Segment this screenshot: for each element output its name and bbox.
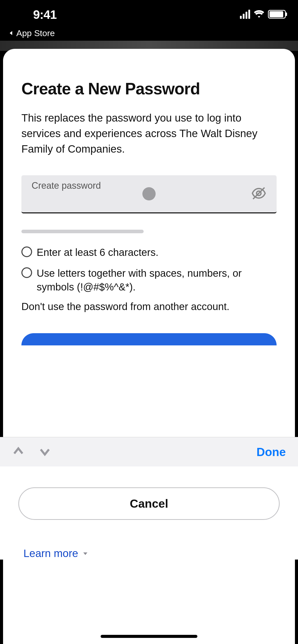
requirement-item: Use letters together with spaces, number… [21,266,277,294]
password-requirements: Enter at least 6 characters. Use letters… [21,245,277,312]
requirement-note: Don't use the password from another acco… [21,301,277,312]
back-triangle-icon [8,30,14,36]
wifi-icon [254,10,264,19]
back-to-app-label: App Store [16,28,55,38]
password-strength-meter [21,230,144,233]
learn-more-link[interactable]: Learn more [18,547,88,560]
keyboard-accessory-bar: Done [0,437,298,466]
chevron-up-icon [12,445,24,458]
battery-icon [268,10,286,19]
back-to-app-link[interactable]: App Store [0,25,298,41]
input-cursor-handle-icon [142,187,156,200]
form-prev-button[interactable] [12,445,24,459]
status-time: 9:41 [33,8,57,22]
page-title: Create a New Password [21,79,277,98]
keyboard-done-button[interactable]: Done [256,445,286,459]
status-icons [240,10,286,19]
cancel-button-label: Cancel [130,497,168,510]
requirement-text: Enter at least 6 characters. [37,245,158,259]
cellular-signal-icon [240,10,250,19]
requirement-status-icon [21,246,32,257]
eye-off-icon [251,186,266,201]
home-indicator[interactable] [101,635,197,638]
password-input-label: Create password [32,180,101,191]
status-bar: 9:41 [0,0,298,25]
toggle-password-visibility-button[interactable] [251,186,266,202]
requirement-status-icon [21,267,32,278]
caret-down-icon [82,550,88,557]
sheet-lower-content: Cancel Learn more [0,466,298,560]
continue-button[interactable] [21,333,277,345]
chevron-down-icon [39,445,51,458]
page-subtext: This replaces the password you use to lo… [21,110,277,157]
requirement-text: Use letters together with spaces, number… [37,266,277,294]
requirement-item: Enter at least 6 characters. [21,245,277,259]
learn-more-label: Learn more [23,547,78,560]
password-input-container[interactable]: Create password [21,175,277,213]
cancel-button[interactable]: Cancel [18,487,280,520]
form-next-button[interactable] [39,445,51,459]
